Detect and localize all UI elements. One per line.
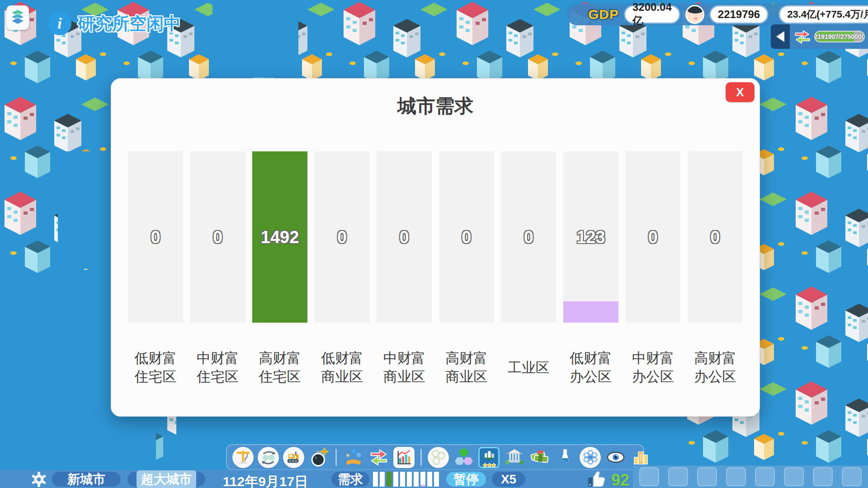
equalizer-bar — [414, 472, 419, 487]
population-icon[interactable] — [685, 5, 704, 24]
demand-bar-value: 1492 — [252, 227, 307, 247]
demand-bar-value: 0 — [128, 227, 183, 247]
demand-bar-track: 123 — [563, 151, 618, 323]
visibility-eye-icon — [606, 448, 626, 466]
equalizer-bar — [420, 472, 425, 487]
milestone-progress-bar: 2191907/2750000 — [814, 31, 865, 42]
layers-icon — [9, 8, 27, 28]
recycle-icon — [260, 449, 277, 466]
toolbar-zone-types-button[interactable] — [453, 447, 474, 468]
demand-bar-label: 低财富办公区 — [563, 347, 618, 388]
equalizer-bar — [434, 472, 439, 487]
toolbar-view-button[interactable] — [605, 447, 626, 468]
settings-button[interactable] — [30, 471, 48, 488]
locked-building-tile — [726, 467, 746, 486]
zone-hex-outline-icon — [430, 449, 447, 466]
research-info-button[interactable] — [48, 12, 71, 35]
zone-hex-trio-icon — [454, 448, 473, 467]
demand-bar-column: 0工业区 — [501, 151, 556, 388]
toolbar-city-level-button[interactable]: ★★★ — [478, 447, 500, 468]
equalizer-bar — [393, 472, 398, 487]
toolbar-divider — [335, 449, 337, 466]
new-city-label: 新城市 — [67, 471, 105, 488]
demand-label: 需求 — [338, 471, 363, 488]
demand-bar-value: 0 — [439, 227, 494, 247]
pause-label: 暂停 — [453, 471, 479, 488]
equalizer-bar — [387, 472, 392, 487]
demand-bar-track: 0 — [377, 151, 432, 323]
hex-flower-icon — [582, 449, 599, 466]
demand-bar-label: 低财富住宅区 — [128, 347, 183, 388]
locked-buildings-strip — [633, 465, 868, 488]
likes-value: 92 — [611, 471, 629, 488]
demand-bar-column: 0中财富住宅区 — [190, 151, 245, 388]
toolbar-services-button[interactable] — [343, 447, 364, 468]
toolbar-zones-button[interactable] — [428, 447, 449, 468]
speed-button[interactable]: X5 — [492, 472, 525, 487]
money-bundle-icon — [530, 448, 550, 467]
toolbar-statistics-button[interactable] — [393, 447, 415, 468]
demand-bar-fill — [563, 301, 618, 323]
city-demand-modal: 城市需求 X 0低财富住宅区0中财富住宅区1492高财富住宅区0低财富商业区0中… — [111, 78, 760, 417]
research-status-text: 研究所空闲中 — [78, 12, 181, 35]
bomb-icon — [310, 448, 329, 467]
toolbar-landmark-button[interactable] — [504, 447, 525, 468]
locked-building-tile — [842, 467, 862, 486]
money-pill: 23.4亿(+775.4万/月) — [780, 6, 868, 23]
demand-bar-label: 中财富住宅区 — [190, 347, 245, 388]
bulldozer-icon — [285, 449, 302, 466]
demand-bar-value: 0 — [377, 227, 432, 247]
new-city-button[interactable]: 新城市 — [52, 472, 121, 487]
demand-bar-track: 0 — [315, 151, 370, 323]
gdp-value-pill: 3200.04亿 — [625, 6, 679, 23]
toolbar-recycle-button[interactable] — [258, 447, 279, 468]
equalizer-bar — [400, 472, 405, 487]
close-button[interactable]: X — [726, 82, 755, 102]
toolbar-finance-button[interactable] — [630, 447, 651, 468]
gear-icon — [30, 471, 47, 488]
milestone-subbar: 2191907/2750000 — [771, 24, 868, 49]
demand-bar-column: 0高财富办公区 — [688, 151, 743, 388]
demand-bar-column: 0中财富办公区 — [625, 151, 680, 388]
demand-bar-column: 0低财富住宅区 — [128, 151, 183, 388]
pause-button[interactable]: 暂停 — [446, 472, 486, 487]
demand-bar-value: 0 — [501, 227, 556, 247]
toolbar-research-button[interactable] — [554, 447, 576, 468]
demand-bar-column: 1492高财富住宅区 — [252, 151, 307, 388]
demand-bar-value: 0 — [190, 227, 245, 247]
toolbar-trade-button[interactable] — [368, 447, 389, 468]
demand-bar-track: 0 — [625, 151, 680, 323]
trade-arrows-icon — [369, 447, 389, 467]
level-stars-icon: ★★★ — [480, 462, 498, 469]
hand-services-icon — [344, 448, 363, 467]
likes-button[interactable] — [586, 469, 608, 488]
toolbar-policies-button[interactable] — [580, 447, 601, 468]
equalizer-bar — [427, 472, 432, 487]
toolbar-divider — [420, 449, 422, 466]
toolbar-bulldozer-button[interactable] — [283, 447, 304, 468]
layers-button[interactable] — [6, 5, 29, 30]
gdp-label: GDP — [588, 7, 619, 22]
toolbar-construction-button[interactable] — [232, 447, 254, 468]
construction-crane-icon — [235, 449, 252, 466]
thumbs-up-icon — [586, 469, 608, 488]
swap-arrows-icon[interactable] — [793, 28, 811, 45]
demand-bar-value: 0 — [625, 227, 680, 247]
collapse-button[interactable] — [771, 24, 790, 49]
demand-button[interactable]: 需求 — [331, 472, 369, 487]
demand-bar-column: 0高财富商业区 — [439, 151, 494, 388]
demand-bar-track: 1492 — [252, 151, 307, 323]
toolbar-demolish-button[interactable] — [308, 447, 330, 468]
locked-building-tile — [813, 467, 833, 486]
toolbar-economy-button[interactable] — [529, 447, 550, 468]
research-flask-icon — [556, 448, 574, 467]
demand-bar-value: 123 — [563, 227, 618, 247]
city-size-badge[interactable]: 超大城市 — [127, 472, 205, 487]
equalizer-bar — [407, 472, 412, 487]
demand-bar-label: 低财富商业区 — [315, 347, 370, 388]
demand-bar-label: 中财富办公区 — [625, 347, 680, 388]
demand-bar-track: 0 — [688, 151, 743, 323]
demand-bar-label: 工业区 — [501, 347, 556, 388]
locked-building-tile — [784, 467, 804, 486]
back-triangle-icon — [776, 31, 784, 42]
